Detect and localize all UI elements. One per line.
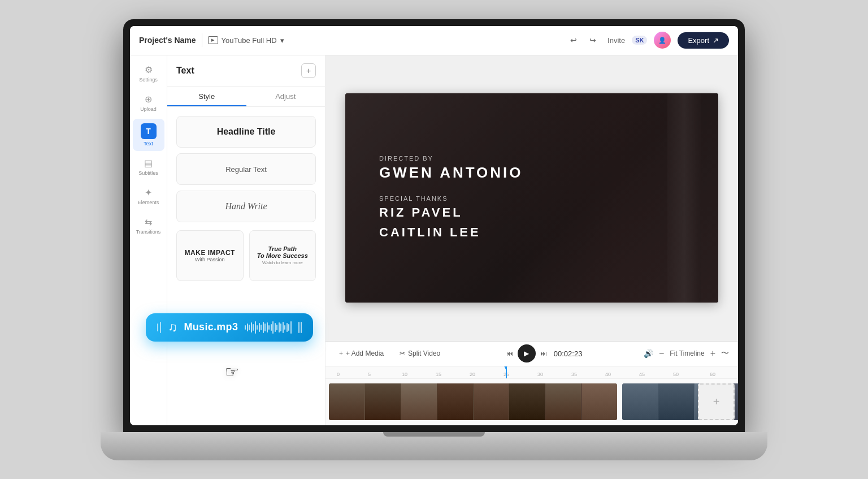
panel-add-button[interactable]: +: [301, 63, 316, 78]
settings-icon: ⚙: [145, 64, 153, 75]
volume-icon[interactable]: 🔊: [644, 349, 653, 358]
bar: [253, 324, 254, 331]
thumb: [329, 383, 364, 420]
text-panel: Text + Style Adjust Headline Title Regul…: [167, 55, 326, 425]
true-path-main-text: True PathTo More Success: [257, 245, 308, 259]
bar: [279, 322, 280, 333]
transitions-icon: ⇆: [145, 217, 152, 227]
clip-strip-1: [329, 383, 617, 420]
thumb: [365, 383, 401, 420]
bar: [251, 322, 252, 333]
sidebar-label-settings: Settings: [139, 77, 158, 83]
timeline-tracks: +: [326, 379, 738, 425]
upload-icon: ⊕: [145, 94, 152, 105]
add-media-button[interactable]: + + Add Media: [335, 347, 388, 360]
music-badge[interactable]: ♫ Music.mp3: [146, 313, 313, 342]
waveform-bars: [245, 321, 292, 334]
thumb: [581, 383, 617, 420]
tab-adjust[interactable]: Adjust: [246, 87, 326, 106]
sidebar: ⚙ Settings ⊕ Upload T Text ▤ Subtitles: [130, 55, 167, 425]
top-bar: Project's Name ▶ YouTube Full HD ▾ ↩ ↪ I…: [130, 26, 738, 55]
bar: [276, 325, 277, 330]
minus-button[interactable]: −: [659, 348, 664, 359]
sidebar-item-settings[interactable]: ⚙ Settings: [133, 60, 164, 87]
format-label: YouTube Full HD: [222, 36, 277, 45]
handwrite-label: Hand Write: [225, 201, 267, 211]
bar: [255, 321, 256, 334]
bar: [245, 325, 246, 330]
next-button[interactable]: ⏭: [540, 349, 547, 357]
playhead[interactable]: [506, 366, 507, 379]
thumb: [509, 383, 545, 420]
plus-button[interactable]: +: [710, 348, 715, 359]
play-button[interactable]: ▶: [518, 344, 536, 363]
template-grid: MAKE IMPACT With Passion True PathTo Mor…: [176, 230, 316, 281]
true-path-template[interactable]: True PathTo More Success Watch to learn …: [249, 230, 316, 281]
waveform-icon[interactable]: 〜: [721, 348, 729, 359]
canvas-area: DIRECTED BY GWEN ANTONIO SPECIAL THANKS …: [326, 55, 738, 425]
play-icon: ▶: [524, 349, 529, 357]
sidebar-item-text[interactable]: T Text: [133, 119, 164, 151]
project-name[interactable]: Project's Name: [139, 36, 196, 45]
split-video-button[interactable]: ✂ Split Video: [395, 347, 445, 360]
sidebar-item-elements[interactable]: ✦ Elements: [133, 183, 164, 210]
ruler-mark-5: 5: [368, 372, 371, 377]
sidebar-item-transitions[interactable]: ⇆ Transitions: [133, 212, 164, 239]
canvas-main: DIRECTED BY GWEN ANTONIO SPECIAL THANKS …: [326, 55, 738, 341]
bar: [287, 323, 288, 332]
play-controls: ⏮ ▶ ⏭: [506, 344, 547, 363]
bar: [261, 325, 262, 330]
sidebar-item-upload[interactable]: ⊕ Upload: [133, 89, 164, 116]
scissors-icon: ✂: [400, 349, 405, 357]
true-path-sub-text: Watch to learn more: [262, 260, 303, 265]
thumb: [474, 383, 509, 420]
bar: [268, 325, 270, 330]
export-label: Export: [688, 36, 709, 45]
split-video-label: Split Video: [408, 349, 440, 357]
redo-button[interactable]: ↪: [585, 32, 601, 48]
undo-button[interactable]: ↩: [566, 32, 581, 48]
export-button[interactable]: Export ↗: [678, 32, 729, 49]
timeline-controls: + + Add Media ✂ Split Video ⏮: [326, 342, 738, 366]
tab-style[interactable]: Style: [167, 87, 246, 106]
fit-timeline-label[interactable]: Fit Timeline: [670, 349, 704, 357]
make-impact-template[interactable]: MAKE IMPACT With Passion: [176, 230, 244, 281]
format-selector[interactable]: ▶ YouTube Full HD ▾: [208, 36, 284, 45]
sidebar-label-upload: Upload: [140, 106, 157, 112]
invite-label[interactable]: Invite: [607, 36, 625, 45]
special-thanks-label: SPECIAL THANKS: [379, 195, 684, 202]
regular-style-item[interactable]: Regular Text: [176, 153, 316, 185]
ruler-mark-40: 40: [605, 372, 611, 377]
make-impact-sub-text: With Passion: [195, 257, 225, 262]
panel-tabs: Style Adjust: [167, 87, 325, 107]
handwrite-style-item[interactable]: Hand Write: [176, 191, 316, 222]
bar: [290, 321, 292, 334]
bar: [264, 323, 266, 331]
headline-style-item[interactable]: Headline Title: [176, 116, 316, 148]
cursor-hand: ☞: [225, 363, 239, 381]
line: [160, 322, 161, 333]
director-name: GWEN ANTONIO: [379, 164, 684, 182]
add-media-label: + Add Media: [346, 349, 384, 357]
ruler-mark-50: 50: [673, 372, 679, 377]
track-clip-1[interactable]: [329, 383, 617, 420]
main-content: ⚙ Settings ⊕ Upload T Text ▤ Subtitles: [130, 55, 738, 425]
ruler-mark-60: 60: [710, 372, 715, 377]
sidebar-item-subtitles[interactable]: ▤ Subtitles: [133, 153, 164, 180]
line: [157, 323, 158, 331]
bar: [272, 321, 274, 334]
time-display: 00:02:23: [554, 349, 583, 358]
sidebar-label-subtitles: Subtitles: [138, 170, 158, 176]
ruler-mark-15: 15: [436, 372, 441, 377]
bar: [259, 323, 260, 332]
thanks-name-2: CAITLIN LEE: [379, 224, 684, 241]
make-impact-main-text: MAKE IMPACT: [185, 249, 235, 257]
ruler-mark-20: 20: [470, 372, 475, 377]
prev-button[interactable]: ⏮: [506, 349, 513, 357]
text-icon: T: [141, 123, 157, 139]
add-clip-button[interactable]: +: [698, 383, 735, 420]
top-bar-left: Project's Name ▶ YouTube Full HD ▾: [139, 33, 284, 47]
timeline-right-controls: 🔊 − Fit Timeline + 〜: [644, 348, 729, 359]
video-text-overlay: DIRECTED BY GWEN ANTONIO SPECIAL THANKS …: [345, 93, 718, 303]
panel-content: Headline Title Regular Text Hand Write M…: [167, 107, 325, 290]
